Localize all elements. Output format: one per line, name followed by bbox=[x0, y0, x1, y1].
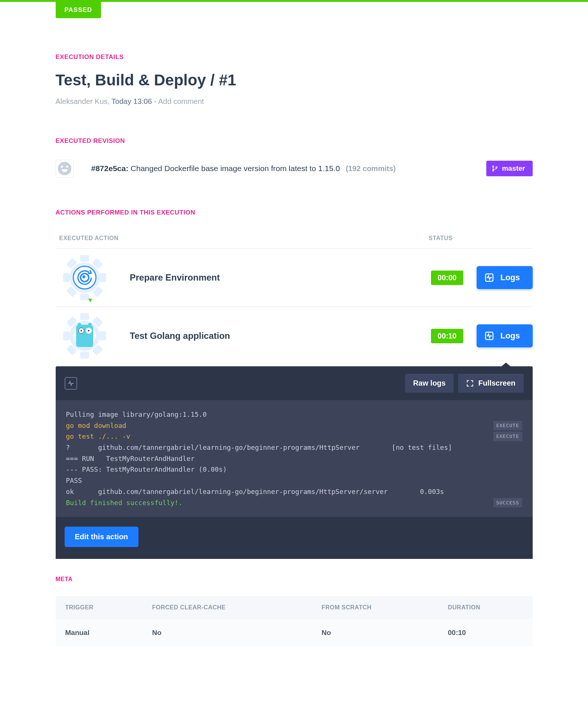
branch-badge[interactable]: master bbox=[486, 161, 532, 176]
svg-point-0 bbox=[493, 166, 494, 167]
log-line: ok github.com/tannergabriel/learning-go/… bbox=[66, 486, 522, 497]
actions-table: EXECUTED ACTION STATUS bbox=[56, 228, 533, 559]
header-executed-action: EXECUTED ACTION bbox=[59, 235, 429, 242]
commit-hash[interactable]: #872e5ca: bbox=[91, 164, 128, 173]
commit-message: Changed Dockerfile base image version fr… bbox=[131, 164, 340, 173]
meta-header-clear-cache: FORCED CLEAR-CACHE bbox=[143, 596, 312, 619]
subline: Aleksander Kus, Today 13:06 - Add commen… bbox=[56, 97, 533, 106]
fullscreen-button[interactable]: Fullscreen bbox=[458, 374, 523, 393]
avatar bbox=[56, 160, 74, 177]
commit-count[interactable]: (192 commits) bbox=[346, 164, 396, 173]
status-badge: PASSED bbox=[56, 2, 101, 18]
chevron-down-icon: ▾ bbox=[88, 295, 92, 304]
add-comment-link[interactable]: Add comment bbox=[158, 97, 204, 105]
console-panel: Raw logs Fullscreen Pulling image librar… bbox=[56, 366, 533, 559]
console-header: Raw logs Fullscreen bbox=[56, 366, 533, 400]
action-icon-prepare: ▾ bbox=[62, 255, 107, 300]
pulse-icon bbox=[485, 273, 494, 282]
log-line: --- PASS: TestMyRouterAndHandler (0.00s) bbox=[66, 464, 522, 475]
action-name: Prepare Environment bbox=[130, 272, 431, 283]
log-tag: EXECUTE bbox=[493, 432, 522, 441]
log-line: ? github.com/tannergabriel/learning-go/b… bbox=[66, 442, 522, 453]
log-line: PASS bbox=[66, 475, 522, 486]
revision-row: #872e5ca: Changed Dockerfile base image … bbox=[56, 160, 533, 177]
action-name: Test Golang application bbox=[130, 331, 431, 341]
action-row-test: Test Golang application 00:10 Logs bbox=[56, 307, 533, 366]
gopher-icon bbox=[76, 325, 93, 347]
pulse-icon bbox=[65, 377, 77, 390]
console-footer: Edit this action bbox=[56, 517, 533, 559]
timestamp: Today 13:06 bbox=[111, 97, 152, 105]
meta-header-duration: DURATION bbox=[438, 596, 533, 619]
svg-point-1 bbox=[493, 170, 494, 171]
header-status: STATUS bbox=[429, 235, 533, 242]
svg-point-2 bbox=[496, 167, 497, 168]
meta-row: Manual No No 00:10 bbox=[56, 619, 533, 646]
branch-name: master bbox=[502, 164, 525, 173]
action-row-prepare: ▾ Prepare Environment 00:00 Logs bbox=[56, 249, 533, 307]
meta-header-from-scratch: FROM SCRATCH bbox=[312, 596, 438, 619]
log-tag: SUCCESS bbox=[493, 498, 522, 507]
logs-label: Logs bbox=[500, 273, 520, 282]
edit-action-button[interactable]: Edit this action bbox=[65, 527, 138, 547]
section-execution-details: EXECUTION DETAILS bbox=[56, 53, 533, 61]
raw-logs-button[interactable]: Raw logs bbox=[405, 374, 454, 393]
meta-duration: 00:10 bbox=[438, 619, 533, 646]
meta-table: TRIGGER FORCED CLEAR-CACHE FROM SCRATCH … bbox=[56, 596, 533, 646]
log-line: go mod downloadEXECUTE bbox=[66, 420, 522, 431]
duration-badge: 00:10 bbox=[431, 329, 463, 343]
meta-header-trigger: TRIGGER bbox=[56, 596, 143, 619]
meta-from-scratch: No bbox=[312, 619, 438, 646]
logs-button[interactable]: Logs bbox=[477, 266, 533, 289]
pulse-icon bbox=[485, 331, 494, 340]
sync-gear-icon bbox=[73, 266, 97, 289]
actions-header: EXECUTED ACTION STATUS bbox=[56, 228, 533, 249]
fullscreen-icon bbox=[466, 380, 474, 387]
section-actions: ACTIONS PERFORMED IN THIS EXECUTION bbox=[56, 209, 533, 216]
meta-clear-cache: No bbox=[143, 619, 312, 646]
section-meta: META bbox=[56, 576, 533, 583]
section-executed-revision: EXECUTED REVISION bbox=[56, 137, 533, 145]
commit-text: #872e5ca: Changed Dockerfile base image … bbox=[91, 164, 487, 173]
branch-icon bbox=[491, 165, 498, 172]
log-line: === RUN TestMyRouterAndHandler bbox=[66, 453, 522, 464]
action-icon-test bbox=[62, 314, 107, 358]
log-line: Build finished successfully!.SUCCESS bbox=[66, 497, 522, 508]
fullscreen-label: Fullscreen bbox=[478, 379, 515, 387]
page-title: Test, Build & Deploy / #1 bbox=[56, 71, 533, 89]
logs-button[interactable]: Logs bbox=[477, 324, 533, 347]
console-body: Pulling image library/golang:1.15.0go mo… bbox=[56, 400, 533, 517]
log-tag: EXECUTE bbox=[493, 421, 522, 430]
logs-label: Logs bbox=[500, 331, 520, 341]
log-line: go test ./... -vEXECUTE bbox=[66, 431, 522, 442]
duration-badge: 00:00 bbox=[431, 271, 463, 285]
meta-trigger: Manual bbox=[56, 619, 143, 646]
log-line: Pulling image library/golang:1.15.0 bbox=[66, 409, 522, 420]
author: Aleksander Kus bbox=[56, 97, 108, 105]
